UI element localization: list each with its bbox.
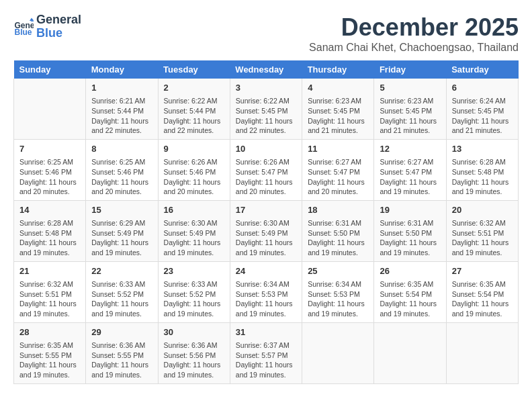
header-row: SundayMondayTuesdayWednesdayThursdayFrid… [14,60,519,79]
day-number: 30 [164,326,224,338]
day-info: Sunrise: 6:28 AMSunset: 5:48 PMDaylight:… [19,218,80,258]
logo-line2: Blue [36,27,81,40]
day-info: Sunrise: 6:23 AMSunset: 5:45 PMDaylight:… [380,96,440,136]
day-info: Sunrise: 6:22 AMSunset: 5:44 PMDaylight:… [164,96,224,136]
day-number: 15 [91,204,152,216]
day-number: 20 [452,204,513,216]
day-number: 24 [236,265,296,277]
day-cell: 31Sunrise: 6:37 AMSunset: 5:57 PMDayligh… [230,322,302,383]
day-cell: 21Sunrise: 6:32 AMSunset: 5:51 PMDayligh… [14,261,86,322]
day-info: Sunrise: 6:25 AMSunset: 5:46 PMDaylight:… [91,157,152,197]
day-cell: 5Sunrise: 6:23 AMSunset: 5:45 PMDaylight… [374,79,446,139]
day-info: Sunrise: 6:24 AMSunset: 5:45 PMDaylight:… [452,96,513,136]
day-number: 4 [308,82,368,94]
subtitle: Sanam Chai Khet, Chachoengsao, Thailand [309,42,519,54]
day-cell: 12Sunrise: 6:27 AMSunset: 5:47 PMDayligh… [374,139,446,200]
day-info: Sunrise: 6:32 AMSunset: 5:51 PMDaylight:… [452,218,513,258]
day-info: Sunrise: 6:26 AMSunset: 5:47 PMDaylight:… [236,157,296,197]
day-cell: 26Sunrise: 6:35 AMSunset: 5:54 PMDayligh… [374,261,446,322]
day-cell: 25Sunrise: 6:34 AMSunset: 5:53 PMDayligh… [302,261,374,322]
header-cell-friday: Friday [374,60,446,79]
week-row-3: 14Sunrise: 6:28 AMSunset: 5:48 PMDayligh… [14,200,519,261]
day-info: Sunrise: 6:22 AMSunset: 5:45 PMDaylight:… [236,96,296,136]
day-number: 19 [380,204,440,216]
day-cell: 6Sunrise: 6:24 AMSunset: 5:45 PMDaylight… [446,79,518,139]
header-cell-thursday: Thursday [302,60,374,79]
day-number: 9 [164,143,224,155]
calendar-table: SundayMondayTuesdayWednesdayThursdayFrid… [13,60,519,384]
day-number: 27 [452,265,513,277]
week-row-4: 21Sunrise: 6:32 AMSunset: 5:51 PMDayligh… [14,261,519,322]
day-number: 23 [164,265,224,277]
day-info: Sunrise: 6:35 AMSunset: 5:54 PMDaylight:… [452,279,513,319]
day-number: 3 [236,82,296,94]
day-info: Sunrise: 6:34 AMSunset: 5:53 PMDaylight:… [308,279,368,319]
day-cell: 16Sunrise: 6:30 AMSunset: 5:49 PMDayligh… [158,200,230,261]
day-cell: 18Sunrise: 6:31 AMSunset: 5:50 PMDayligh… [302,200,374,261]
day-cell: 15Sunrise: 6:29 AMSunset: 5:49 PMDayligh… [86,200,158,261]
day-cell: 13Sunrise: 6:28 AMSunset: 5:48 PMDayligh… [446,139,518,200]
day-number: 11 [308,143,368,155]
day-number: 28 [19,326,80,338]
day-number: 6 [452,82,513,94]
header-cell-sunday: Sunday [14,60,86,79]
day-cell: 19Sunrise: 6:31 AMSunset: 5:50 PMDayligh… [374,200,446,261]
day-cell: 17Sunrise: 6:30 AMSunset: 5:49 PMDayligh… [230,200,302,261]
header-cell-wednesday: Wednesday [230,60,302,79]
day-number: 13 [452,143,513,155]
day-cell [374,322,446,383]
logo: General Blue General Blue [13,13,81,40]
day-number: 10 [236,143,296,155]
day-cell: 20Sunrise: 6:32 AMSunset: 5:51 PMDayligh… [446,200,518,261]
day-cell: 22Sunrise: 6:33 AMSunset: 5:52 PMDayligh… [86,261,158,322]
day-cell: 14Sunrise: 6:28 AMSunset: 5:48 PMDayligh… [14,200,86,261]
day-number: 22 [91,265,152,277]
day-number: 26 [380,265,440,277]
day-info: Sunrise: 6:27 AMSunset: 5:47 PMDaylight:… [380,157,440,197]
day-info: Sunrise: 6:31 AMSunset: 5:50 PMDaylight:… [380,218,440,258]
day-number: 31 [236,326,296,338]
title-section: December 2025 Sanam Chai Khet, Chachoeng… [309,13,519,54]
day-info: Sunrise: 6:25 AMSunset: 5:46 PMDaylight:… [19,157,80,197]
day-info: Sunrise: 6:33 AMSunset: 5:52 PMDaylight:… [164,279,224,319]
month-title: December 2025 [309,13,519,42]
day-info: Sunrise: 6:26 AMSunset: 5:46 PMDaylight:… [164,157,224,197]
day-cell [302,322,374,383]
day-info: Sunrise: 6:35 AMSunset: 5:54 PMDaylight:… [380,279,440,319]
day-number: 1 [91,82,152,94]
day-cell: 8Sunrise: 6:25 AMSunset: 5:46 PMDaylight… [86,139,158,200]
day-cell: 27Sunrise: 6:35 AMSunset: 5:54 PMDayligh… [446,261,518,322]
day-info: Sunrise: 6:23 AMSunset: 5:45 PMDaylight:… [308,96,368,136]
day-info: Sunrise: 6:33 AMSunset: 5:52 PMDaylight:… [91,279,152,319]
day-info: Sunrise: 6:21 AMSunset: 5:44 PMDaylight:… [91,96,152,136]
svg-text:Blue: Blue [15,28,32,37]
day-cell: 7Sunrise: 6:25 AMSunset: 5:46 PMDaylight… [14,139,86,200]
day-number: 14 [19,204,80,216]
logo-icon: General Blue [13,17,34,37]
header-cell-tuesday: Tuesday [158,60,230,79]
day-number: 29 [91,326,152,338]
day-cell [446,322,518,383]
day-number: 8 [91,143,152,155]
day-cell: 10Sunrise: 6:26 AMSunset: 5:47 PMDayligh… [230,139,302,200]
day-cell: 30Sunrise: 6:36 AMSunset: 5:56 PMDayligh… [158,322,230,383]
day-cell: 24Sunrise: 6:34 AMSunset: 5:53 PMDayligh… [230,261,302,322]
logo-line1: General [36,13,81,27]
day-number: 5 [380,82,440,94]
day-number: 7 [19,143,80,155]
week-row-2: 7Sunrise: 6:25 AMSunset: 5:46 PMDaylight… [14,139,519,200]
day-cell: 4Sunrise: 6:23 AMSunset: 5:45 PMDaylight… [302,79,374,139]
day-info: Sunrise: 6:27 AMSunset: 5:47 PMDaylight:… [308,157,368,197]
day-number: 18 [308,204,368,216]
day-cell: 3Sunrise: 6:22 AMSunset: 5:45 PMDaylight… [230,79,302,139]
header-cell-saturday: Saturday [446,60,518,79]
day-cell: 29Sunrise: 6:36 AMSunset: 5:55 PMDayligh… [86,322,158,383]
day-info: Sunrise: 6:31 AMSunset: 5:50 PMDaylight:… [308,218,368,258]
day-cell: 28Sunrise: 6:35 AMSunset: 5:55 PMDayligh… [14,322,86,383]
day-cell: 1Sunrise: 6:21 AMSunset: 5:44 PMDaylight… [86,79,158,139]
day-info: Sunrise: 6:35 AMSunset: 5:55 PMDaylight:… [19,340,80,380]
day-info: Sunrise: 6:29 AMSunset: 5:49 PMDaylight:… [91,218,152,258]
day-info: Sunrise: 6:28 AMSunset: 5:48 PMDaylight:… [452,157,513,197]
day-number: 17 [236,204,296,216]
day-number: 25 [308,265,368,277]
